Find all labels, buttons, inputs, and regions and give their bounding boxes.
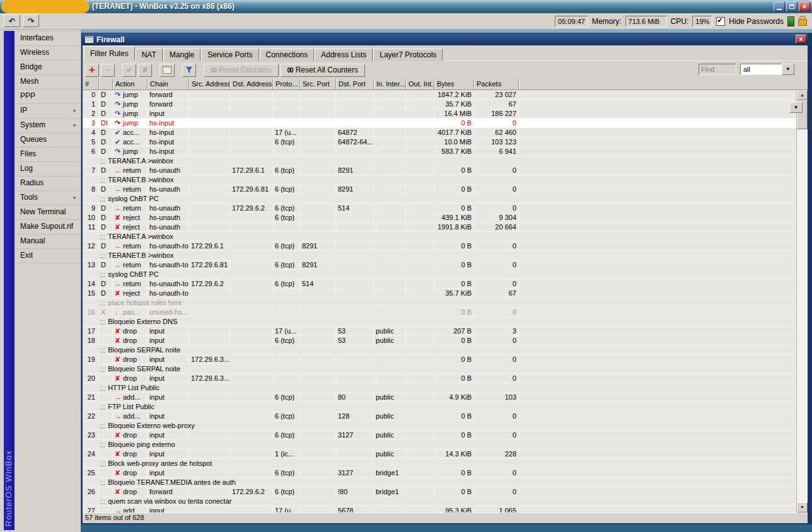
rule-row[interactable]: 8D←returnhs-unauth172.29.6.816 (tcp)8291… [83,185,796,194]
comment-row[interactable]: ;;;TERANET.A >winbox [83,156,796,166]
tab-connections[interactable]: Connections [260,49,315,61]
rule-row[interactable]: 1D↷jumpforward35.7 KiB67 [83,100,796,109]
column-header-out-interface[interactable]: Out. Int... [406,79,434,90]
sidebar-item-system[interactable]: System▸ [15,119,80,133]
sidebar-item-tools[interactable]: Tools▸ [15,191,80,205]
comment-row[interactable]: ;;;syslog ChBT PC [83,194,796,204]
sidebar-item-mesh[interactable]: Mesh [15,75,80,90]
column-header-flags[interactable] [99,79,113,90]
scroll-down-button[interactable]: ▼ [797,502,808,512]
tab-service-ports[interactable]: Service Ports [201,49,258,61]
column-header-chain[interactable]: Chain [148,79,189,90]
comment-row[interactable]: ;;;HTTP List Public [83,383,796,393]
find-input[interactable] [699,64,736,75]
redo-button[interactable]: ↷ [23,14,39,27]
rule-row[interactable]: 13D←returnhs-unauth-to172.29.6.816 (tcp)… [83,260,796,270]
sidebar-item-bridge[interactable]: Bridge [15,61,80,75]
reset-counters-button[interactable]: 00 Reset Counters [204,64,279,77]
tab-mangle[interactable]: Mangle [163,49,200,61]
rule-row[interactable]: 15D✘rejecths-unauth-to35.7 KiB67 [83,289,796,298]
comment-row[interactable]: ;;;Bloqueio Externo DNS [83,317,796,327]
close-button[interactable]: × [799,2,810,11]
sidebar-item-new-terminal[interactable]: New Terminal [15,205,80,220]
sidebar-item-radius[interactable]: Radius [15,176,80,191]
rule-row[interactable]: 6D↷jumphs-input583.7 KiB6 941 [83,147,796,156]
column-select-dropdown[interactable]: ▼ [789,102,803,113]
remove-rule-button[interactable]: − [101,64,115,77]
comment-row[interactable]: ;;;place hotspot rules here [83,298,796,308]
tab-layer7-protocols[interactable]: Layer7 Protocols [373,49,443,61]
comment-row[interactable]: ;;;Bloqueio SERPAL noite [83,345,796,355]
sidebar-item-exit[interactable]: Exit [15,249,80,263]
comment-row[interactable]: ;;;TERANET.A >winbox [83,232,796,241]
tab-filter-rules[interactable]: Filter Rules [84,46,135,61]
sidebar-item-ip[interactable]: IP▸ [15,104,80,119]
column-header-num[interactable]: # [83,79,99,90]
sidebar-item-interfaces[interactable]: Interfaces [15,32,80,46]
minimize-button[interactable] [774,2,785,11]
comment-row[interactable]: ;;;TERANET.B >winbox [83,175,796,185]
sidebar-item-ppp[interactable]: PPP [15,90,80,104]
column-header-protocol[interactable]: Proto... [273,79,300,90]
rule-row[interactable]: 23✘dropinput6 (tcp)3127public0 B0 [83,431,796,440]
rule-row[interactable]: 18✘dropinput6 (tcp)53public0 B0 [83,336,796,345]
sidebar-item-wireless[interactable]: Wireless [15,46,80,61]
column-header-bytes[interactable]: Bytes [434,79,474,90]
tab-address-lists[interactable]: Address Lists [315,49,373,61]
comment-row[interactable]: ;;;Block web-proxy antes de hotspot [83,459,796,468]
sidebar-item-queues[interactable]: Queues [15,133,80,147]
comment-row[interactable]: ;;;syslog ChBT PC [83,270,796,279]
sidebar-item-files[interactable]: Files [15,147,80,162]
column-header-src-address[interactable]: Src. Address [189,79,230,90]
comment-row[interactable]: ;;;Bloqueio TERANET.MEDIA antes de auth [83,478,796,487]
rule-row[interactable]: 7D←returnhs-unauth172.29.6.16 (tcp)82910… [83,166,796,175]
column-header-src-port[interactable]: Src. Port [300,79,336,90]
comment-row[interactable]: ;;;FTP List Public [83,402,796,412]
column-header-dst-port[interactable]: Dst. Port [336,79,374,90]
rule-row[interactable]: 26✘dropforward172.29.6.26 (tcp)!80bridge… [83,487,796,497]
rule-row[interactable]: 16X↓pas...unused-hs...0 B0 [83,308,796,317]
comment-row[interactable]: ;;;Bloqueio SERPAL noite [83,364,796,374]
sidebar-item-manual[interactable]: Manual [15,234,80,249]
rule-row[interactable]: 27→add...input17 (u...567895.3 KiB1 065 [83,506,796,512]
rule-row[interactable]: 19✘dropinput172.29.6.3...0 B0 [83,355,796,364]
rule-row[interactable]: 4D✔acc...hs-input17 (u...648724017.7 KiB… [83,128,796,137]
column-header-dst-address[interactable]: Dst. Address [230,79,273,90]
hide-passwords-checkbox[interactable] [716,17,725,26]
rule-row[interactable]: 9D←returnhs-unauth172.29.6.26 (tcp)5140 … [83,204,796,213]
rule-row[interactable]: 5D✔acc...hs-input6 (tcp)64872-64...10.0 … [83,137,796,147]
rule-row[interactable]: 17✘dropinput17 (u...53public207 B3 [83,327,796,336]
scroll-up-button[interactable]: ▲ [797,90,808,100]
rule-row[interactable]: 22→add...input6 (tcp)128public0 B0 [83,412,796,421]
sidebar-item-log[interactable]: Log [15,162,80,176]
rule-row[interactable]: 12D←returnhs-unauth-to172.29.6.16 (tcp)8… [83,241,796,251]
disable-rule-button[interactable]: ✘ [138,64,152,77]
column-header-in-interface[interactable]: In. Inter... [374,79,406,90]
sidebar-item-make-supout-rif[interactable]: Make Supout.rif [15,220,80,234]
rule-row[interactable]: 3DI↷jumphs-input0 B0 [83,119,796,128]
add-rule-button[interactable]: + [85,64,99,77]
comment-row[interactable]: ;;;TERANET.B >winbox [83,251,796,260]
firewall-titlebar[interactable]: Firewall × [83,33,808,45]
enable-rule-button[interactable]: ✔ [122,64,136,77]
rule-row[interactable]: 14D←returnhs-unauth-to172.29.6.26 (tcp)5… [83,279,796,289]
filter-button[interactable] [182,64,196,77]
rule-row[interactable]: 24✘dropinput1 (ic...public14.3 KiB228 [83,449,796,459]
rule-row[interactable]: 2D↷jumpinput16.4 MiB186 227 [83,109,796,119]
firewall-close-button[interactable]: × [796,35,806,43]
comment-row[interactable]: ;;;Bloqueio ping externo [83,440,796,449]
rule-row[interactable]: 20✘dropinput172.29.6.3...0 B0 [83,374,796,383]
column-header-packets[interactable]: Packets [474,79,519,90]
chain-filter-combo[interactable]: all ▼ [740,64,794,75]
rule-row[interactable]: 25✘dropinput6 (tcp)3127bridge10 B0 [83,468,796,478]
undo-button[interactable]: ↶ [4,14,20,27]
chevron-down-icon[interactable]: ▼ [782,64,794,75]
restore-button[interactable] [786,2,798,11]
vertical-scrollbar[interactable]: ▲ ▼ [796,90,808,512]
tab-nat[interactable]: NAT [136,49,163,61]
comment-button[interactable] [160,64,175,77]
column-header-action[interactable]: Action [113,79,148,90]
reset-all-counters-button[interactable]: 00 Reset All Counters [281,64,366,77]
rule-row[interactable]: 0D↷jumpforward1847.2 KiB23 027 [83,90,796,100]
comment-row[interactable]: ;;;Bloqueio Externo web-proxy [83,421,796,431]
